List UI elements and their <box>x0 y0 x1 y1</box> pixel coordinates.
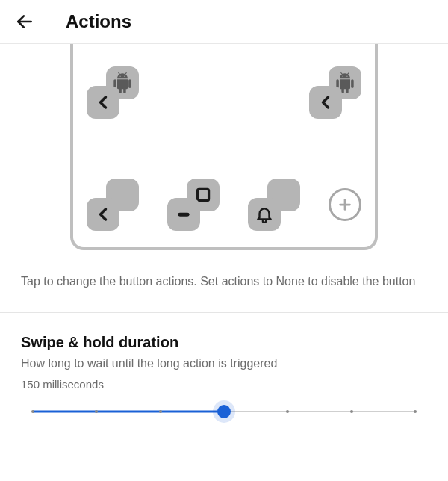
slider-fill <box>33 411 224 413</box>
preview-area <box>0 44 448 250</box>
chevron-left-icon <box>315 92 336 113</box>
action-button-top-right[interactable] <box>309 66 361 119</box>
action-button-2[interactable] <box>167 179 220 231</box>
button-layout-preview <box>70 44 378 250</box>
duration-slider[interactable] <box>33 404 415 419</box>
setting-description: How long to wait until the long action i… <box>21 357 427 370</box>
svg-rect-1 <box>197 189 208 200</box>
slider-tick <box>159 410 162 413</box>
plus-icon <box>337 196 353 213</box>
chevron-left-icon <box>93 204 113 225</box>
swipe-hold-setting: Swipe & hold duration How long to wait u… <box>0 313 448 434</box>
slider-tick <box>414 410 417 413</box>
action-button-3[interactable] <box>248 179 300 231</box>
bell-icon <box>255 205 274 224</box>
slider-tick <box>350 410 353 413</box>
slider-tick <box>286 410 289 413</box>
action-button-1[interactable] <box>87 179 139 231</box>
preview-row-top <box>87 66 361 119</box>
slider-tick <box>31 410 34 413</box>
svg-rect-2 <box>178 213 189 217</box>
back-button[interactable] <box>13 10 36 33</box>
page-title: Actions <box>66 11 131 32</box>
header: Actions <box>0 0 448 44</box>
chevron-left-icon <box>93 92 113 113</box>
setting-title: Swipe & hold duration <box>21 334 427 351</box>
add-button[interactable] <box>329 188 361 221</box>
action-button-top-left[interactable] <box>87 66 139 119</box>
arrow-left-icon <box>15 12 34 31</box>
slider-thumb[interactable] <box>217 405 231 418</box>
hint-text: Tap to change the button actions. Set ac… <box>0 250 448 312</box>
slider-tick <box>95 410 98 413</box>
pill-icon <box>174 205 193 224</box>
preview-row-bottom <box>87 179 361 231</box>
setting-value: 150 milliseconds <box>21 378 427 391</box>
